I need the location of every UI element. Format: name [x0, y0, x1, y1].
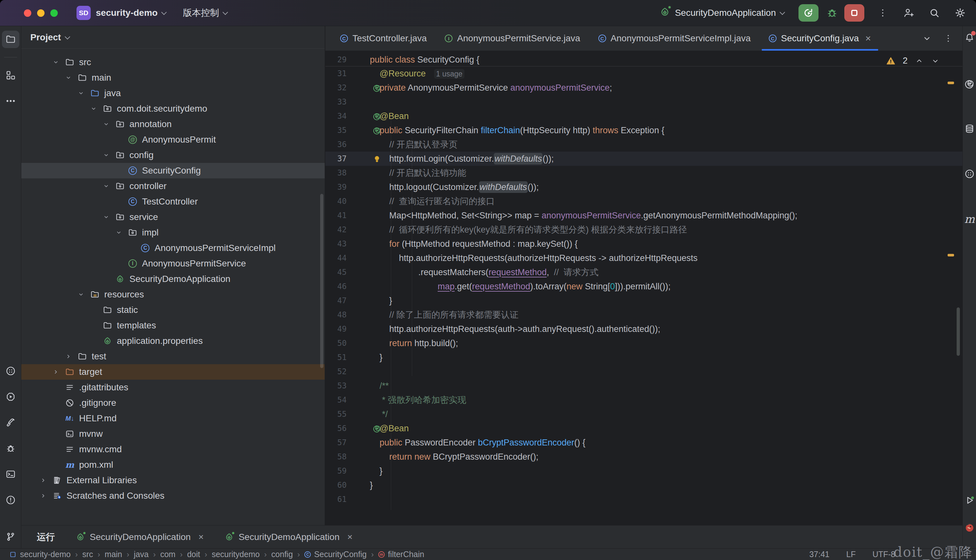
tree-item-impl[interactable]: impl — [21, 225, 325, 240]
code-line-36[interactable]: 36 // 开启默认登录页 — [325, 137, 963, 152]
tree-item-mvnw[interactable]: mvnw — [21, 426, 325, 442]
tool-terminal-button[interactable] — [2, 465, 19, 483]
breadcrumb-security-demo[interactable]: security-demo — [9, 550, 71, 559]
code-line-55[interactable]: 55 */ — [325, 407, 963, 421]
chevron-down-icon[interactable] — [922, 33, 932, 43]
stop-button[interactable] — [844, 4, 864, 22]
settings-button[interactable] — [953, 5, 968, 20]
rerun-button[interactable] — [799, 4, 819, 22]
status-item-lf[interactable]: LF — [846, 550, 856, 559]
tool-endpoints-button[interactable] — [963, 167, 976, 180]
more-options-button[interactable] — [875, 5, 890, 20]
code-line-41[interactable]: 41 Map<HttpMethod, Set<String>> map = an… — [325, 208, 963, 223]
tree-item-resources[interactable]: resources — [21, 287, 325, 302]
breadcrumb-src[interactable]: src — [82, 550, 93, 559]
chevron-down-icon[interactable] — [75, 89, 87, 97]
warning-stripe-mark[interactable] — [948, 254, 954, 257]
tree-item-securitydemoapplication[interactable]: SecurityDemoApplication — [21, 271, 325, 287]
code-line-56[interactable]: 56 @Bean — [325, 421, 963, 435]
tool-database-button[interactable] — [963, 122, 976, 135]
tab-anonymouspermitserviceimpl-java[interactable]: CAnonymousPermitServiceImpl.java — [589, 26, 760, 51]
code-line-34[interactable]: 34 @Bean — [325, 109, 963, 123]
tree-item-service[interactable]: service — [21, 209, 325, 225]
tree-item-annotation[interactable]: annotation — [21, 117, 325, 132]
run-tab-securitydemoapplication[interactable]: SecurityDemoApplication× — [75, 532, 204, 542]
tree-item--gitattributes[interactable]: .gitattributes — [21, 380, 325, 395]
code-line-32[interactable]: 32 private AnonymousPermitService anonym… — [325, 81, 963, 95]
minimize-window-button[interactable] — [37, 9, 45, 17]
breadcrumb-main[interactable]: main — [105, 550, 122, 559]
tree-item-src[interactable]: src — [21, 55, 325, 70]
inspections-widget[interactable]: 2 — [886, 56, 940, 66]
spring-bean-gutter-icon[interactable] — [371, 111, 383, 122]
add-user-button[interactable] — [901, 5, 916, 20]
chevron-down-icon[interactable] — [49, 58, 62, 67]
code-line-45[interactable]: 45 .requestMatchers(requestMethod, // 请求… — [325, 265, 963, 279]
spring-bean-gutter-icon[interactable] — [371, 82, 383, 93]
breadcrumb-filterchain[interactable]: mfilterChain — [378, 550, 424, 559]
code-line-53[interactable]: 53 /** — [325, 379, 963, 393]
sticky-line[interactable]: 29public class SecurityConfig { — [325, 53, 963, 67]
chevron-down-icon[interactable] — [87, 105, 100, 113]
code-line-48[interactable]: 48 // 除了上面的所有请求都需要认证 — [325, 308, 963, 322]
breadcrumb-securityconfig[interactable]: CSecurityConfig — [304, 550, 367, 559]
tree-item-test[interactable]: test — [21, 349, 325, 364]
code-line-47[interactable]: 47 } — [325, 293, 963, 308]
tool-more-button[interactable] — [2, 92, 19, 110]
vcs-menu[interactable]: 版本控制 — [183, 7, 219, 19]
code-line-61[interactable]: 61 — [325, 492, 963, 507]
tree-item-target[interactable]: target — [21, 364, 325, 380]
code-line-57[interactable]: 57 public PasswordEncoder bCryptPassword… — [325, 435, 963, 450]
tab-securityconfig-java[interactable]: CSecurityConfig.java× — [760, 26, 880, 51]
run-configuration-selector[interactable]: SecurityDemoApplication — [659, 7, 784, 20]
tool-git-branch-button[interactable] — [2, 528, 19, 545]
prev-warning-icon[interactable] — [915, 57, 924, 65]
tree-item-anonymouspermitserviceimpl[interactable]: CAnonymousPermitServiceImpl — [21, 240, 325, 256]
tab-anonymouspermitservice-java[interactable]: IAnonymousPermitService.java — [436, 26, 589, 51]
tool-run-hexagon-button[interactable] — [2, 388, 19, 405]
tree-item-securityconfig[interactable]: CSecurityConfig — [21, 163, 325, 178]
tool-build-hammer-button[interactable] — [2, 414, 19, 431]
tool-debug-bug-button[interactable] — [2, 440, 19, 457]
tree-item-testcontroller[interactable]: CTestController — [21, 194, 325, 209]
maximize-window-button[interactable] — [50, 9, 58, 17]
tool-spring-button[interactable] — [963, 77, 976, 90]
tool-structure-button[interactable] — [2, 67, 19, 84]
breadcrumb-com[interactable]: com — [160, 550, 175, 559]
code-editor[interactable]: 31 @Resource1 usage32 private AnonymousP… — [325, 67, 963, 525]
tool-project-folder-button[interactable] — [2, 31, 19, 48]
tab-testcontroller-java[interactable]: CTestController.java — [331, 26, 436, 51]
tree-item-pom-xml[interactable]: mpom.xml — [21, 457, 325, 473]
chevron-right-icon[interactable] — [37, 476, 50, 485]
breadcrumb-config[interactable]: config — [272, 550, 293, 559]
tool-bird-plugin-button[interactable] — [963, 521, 976, 534]
warning-stripe-mark[interactable] — [948, 82, 954, 84]
code-line-42[interactable]: 42 // 循环便利所有的key(key就是所有的请求类型分类) 根据分类来放行… — [325, 223, 963, 237]
status-item-37-41[interactable]: 37:41 — [809, 550, 829, 559]
code-line-40[interactable]: 40 // 查询运行匿名访问的接口 — [325, 194, 963, 208]
tree-item-com-doit-securitydemo[interactable]: com.doit.securitydemo — [21, 101, 325, 117]
close-icon[interactable]: × — [865, 33, 871, 44]
code-line-39[interactable]: 39 http.logout(Customizer.withDefaults()… — [325, 180, 963, 194]
tool-maven-button[interactable]: m — [963, 213, 976, 225]
tree-item-anonymouspermit[interactable]: @AnonymousPermit — [21, 132, 325, 147]
close-icon[interactable]: × — [347, 532, 352, 542]
intention-bulb-icon[interactable] — [371, 153, 383, 164]
tree-item-config[interactable]: config — [21, 147, 325, 163]
code-line-50[interactable]: 50 return http.build(); — [325, 336, 963, 350]
chevron-right-icon[interactable] — [49, 368, 62, 376]
code-line-38[interactable]: 38 // 开启默认注销功能 — [325, 166, 963, 180]
code-line-59[interactable]: 59 } — [325, 464, 963, 478]
status-item-utf-8[interactable]: UTF-8 — [873, 550, 895, 559]
chevron-right-icon[interactable] — [37, 492, 50, 500]
breadcrumb-java[interactable]: java — [134, 550, 149, 559]
chevron-down-icon[interactable] — [100, 182, 113, 190]
project-panel-header[interactable]: Project — [21, 26, 325, 49]
code-line-54[interactable]: 54 * 强散列哈希加密实现 — [325, 393, 963, 407]
code-line-33[interactable]: 33 — [325, 95, 963, 109]
tree-item-controller[interactable]: controller — [21, 178, 325, 194]
tree-item-application-properties[interactable]: application.properties — [21, 333, 325, 349]
editor-scrollbar[interactable] — [957, 307, 960, 356]
next-warning-icon[interactable] — [931, 57, 940, 65]
chevron-down-icon[interactable] — [100, 120, 113, 128]
